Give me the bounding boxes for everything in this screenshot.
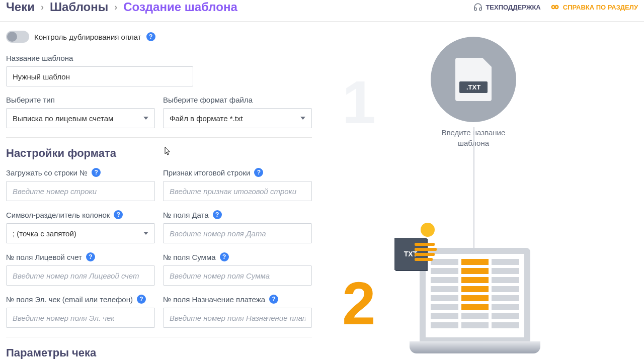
support-link[interactable]: ТЕХПОДДЕРЖКА: [473, 3, 540, 12]
breadcrumb-l1[interactable]: Чеки: [6, 0, 35, 14]
purpose-field-label: № поля Назначение платежа: [163, 295, 265, 304]
chevron-right-icon: ›: [41, 2, 44, 13]
owl-icon: [550, 3, 560, 12]
divider: [6, 337, 312, 337]
file-icon: .TXT: [455, 58, 492, 101]
account-field-input[interactable]: [6, 265, 155, 286]
template-name-input[interactable]: [6, 66, 193, 86]
lightbulb-icon: [419, 223, 437, 241]
separator-select[interactable]: ; (точка с запятой): [6, 223, 155, 243]
step-2-graphic: TXT: [394, 223, 545, 362]
help-icon[interactable]: ?: [269, 295, 278, 304]
help-icon[interactable]: ?: [137, 295, 146, 304]
svg-point-3: [555, 6, 557, 8]
email-field-label: № поля Эл. чек (email или телефон): [6, 295, 133, 304]
headphones-icon: [473, 3, 482, 12]
type-select[interactable]: Выписка по лицевым счетам: [6, 108, 155, 128]
separator-label: Символ-разделитель колонок: [6, 211, 110, 219]
format-section-title: Настройки формата: [6, 147, 312, 160]
chevron-down-icon: [143, 117, 148, 120]
start-row-label: Загружать со строки №: [6, 168, 88, 177]
divider: [6, 137, 312, 138]
sum-field-input[interactable]: [163, 265, 312, 286]
breadcrumb-current: Создание шаблона: [123, 0, 237, 14]
help-icon[interactable]: ?: [220, 252, 229, 261]
wizard-panel: 1 .TXT Введите название шаблона 2: [318, 22, 644, 362]
purpose-field-input[interactable]: [163, 308, 312, 328]
breadcrumb-l2[interactable]: Шаблоны: [50, 0, 108, 14]
help-icon[interactable]: ?: [254, 168, 263, 177]
help-icon[interactable]: ?: [213, 210, 222, 219]
help-icon[interactable]: ?: [146, 32, 155, 41]
total-row-input[interactable]: [163, 181, 312, 201]
check-section-title: Параметры чека: [6, 346, 312, 359]
type-label: Выберите тип: [6, 96, 155, 104]
date-field-input[interactable]: [163, 223, 312, 243]
total-row-label: Признак итоговой строки: [163, 168, 250, 177]
chevron-down-icon: [143, 232, 148, 235]
chevron-right-icon: ›: [114, 2, 117, 13]
date-field-label: № поля Дата: [163, 211, 209, 219]
step-2-number: 2: [342, 273, 376, 333]
help-icon[interactable]: ?: [114, 210, 123, 219]
toggle-label: Контроль дублирования оплат: [34, 33, 141, 41]
help-icon[interactable]: ?: [92, 168, 101, 177]
account-field-label: № поля Лицевой счет: [6, 253, 82, 261]
duplicate-control-toggle[interactable]: [6, 31, 29, 43]
format-select[interactable]: Файл в формате *.txt: [163, 108, 312, 128]
chevron-down-icon: [300, 117, 305, 120]
email-field-input[interactable]: [6, 308, 155, 328]
template-name-label: Название шаблона: [6, 54, 193, 62]
help-link[interactable]: СПРАВКА ПО РАЗДЕЛУ: [550, 3, 638, 12]
format-label: Выберите формат файла: [163, 96, 312, 104]
help-icon[interactable]: ?: [86, 252, 95, 261]
sum-field-label: № поля Сумма: [163, 253, 216, 261]
start-row-input[interactable]: [6, 181, 155, 201]
step-1-number: 1: [342, 72, 376, 132]
breadcrumb: Чеки › Шаблоны › Создание шаблона: [6, 0, 237, 14]
svg-point-2: [552, 6, 554, 8]
rays-icon: [415, 243, 440, 268]
